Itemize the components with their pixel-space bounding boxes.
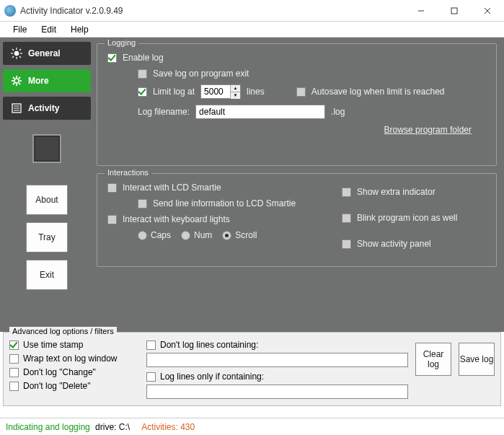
only-contain-input[interactable] xyxy=(146,385,408,399)
main-area: General More Activity About Tray Exit Lo… xyxy=(0,38,504,332)
autosave-label: Autosave log when limit is reached xyxy=(311,87,445,97)
only-contain-checkbox[interactable] xyxy=(146,372,156,382)
svg-rect-1 xyxy=(451,8,457,14)
svg-line-12 xyxy=(12,56,14,58)
svg-line-9 xyxy=(12,49,14,50)
limit-log-checkbox[interactable] xyxy=(138,87,147,97)
svg-point-4 xyxy=(14,51,19,56)
nav-label: Activity xyxy=(28,103,59,113)
about-button[interactable]: About xyxy=(26,185,68,215)
nav-activity[interactable]: Activity xyxy=(3,97,91,120)
no-delete-checkbox[interactable] xyxy=(9,382,19,391)
spin-up[interactable]: ▲ xyxy=(231,85,240,92)
enable-log-checkbox[interactable] xyxy=(107,53,117,63)
activity-panel-checkbox[interactable] xyxy=(342,240,351,249)
browse-folder-link[interactable]: Browse program folder xyxy=(384,125,472,135)
interactions-legend: Interactions xyxy=(105,168,151,177)
svg-line-10 xyxy=(19,56,21,58)
status-indicating: Indicating and logging xyxy=(6,422,90,432)
statusbar: Indicating and logging drive: C:\ Activi… xyxy=(0,418,504,435)
svg-line-18 xyxy=(13,77,14,79)
list-icon xyxy=(11,102,22,114)
timestamp-checkbox[interactable] xyxy=(9,340,19,350)
limit-value-stepper[interactable]: ▲▼ xyxy=(200,84,241,99)
maximize-button[interactable] xyxy=(438,0,471,22)
caps-radio[interactable] xyxy=(138,231,147,240)
menubar: File Edit Help xyxy=(0,22,504,38)
nav-label: More xyxy=(28,76,49,86)
titlebar: Activity Indicator v.2.0.9.49 xyxy=(0,0,504,22)
no-change-checkbox[interactable] xyxy=(9,368,19,377)
send-line-label: Send line information to LCD Smartie xyxy=(153,198,296,208)
svg-line-19 xyxy=(19,83,20,84)
advanced-legend: Advanced log options / filters xyxy=(9,327,117,335)
svg-point-13 xyxy=(14,79,19,83)
filename-label: Log filename: xyxy=(138,107,190,117)
lcd-checkbox[interactable] xyxy=(107,183,117,193)
autosave-checkbox[interactable] xyxy=(296,87,306,97)
limit-log-label: Limit log at xyxy=(153,87,195,97)
svg-line-11 xyxy=(19,49,21,50)
lines-label: lines xyxy=(247,87,265,97)
nav-more[interactable]: More xyxy=(3,69,91,92)
clear-log-button[interactable]: Clear log xyxy=(415,343,451,376)
status-activities: Activities: 430 xyxy=(141,422,195,432)
limit-value-input[interactable] xyxy=(201,85,230,98)
extra-indicator-checkbox[interactable] xyxy=(342,188,351,197)
svg-line-20 xyxy=(19,77,20,79)
save-on-exit-checkbox[interactable] xyxy=(138,69,147,79)
minimize-button[interactable] xyxy=(404,0,438,22)
blink-icon-checkbox[interactable] xyxy=(342,214,351,223)
save-on-exit-label: Save log on program exit xyxy=(153,69,249,79)
interactions-group: Interactions Interact with LCD Smartie S… xyxy=(97,173,497,267)
gear-icon xyxy=(11,75,22,87)
kbd-label: Interact with keyboard lights xyxy=(123,214,230,224)
status-drive-label: drive: C:\ xyxy=(93,422,130,432)
nav-label: General xyxy=(28,48,61,58)
lightbulb-icon xyxy=(11,48,22,59)
icon-preview xyxy=(32,134,61,163)
close-button[interactable] xyxy=(471,0,504,22)
logging-group: Logging Enable log Save log on program e… xyxy=(97,43,497,166)
num-radio[interactable] xyxy=(181,231,190,240)
svg-line-21 xyxy=(13,83,14,84)
spin-down[interactable]: ▼ xyxy=(231,92,240,99)
exit-button[interactable]: Exit xyxy=(26,260,68,290)
filename-input[interactable] xyxy=(195,105,325,119)
menu-file[interactable]: File xyxy=(6,23,34,36)
dont-contain-checkbox[interactable] xyxy=(146,340,156,350)
window-title: Activity Indicator v.2.0.9.49 xyxy=(20,6,404,16)
logging-legend: Logging xyxy=(105,38,138,47)
wrap-checkbox[interactable] xyxy=(9,354,19,364)
advanced-group: Advanced log options / filters Use time … xyxy=(3,332,501,406)
dont-contain-input[interactable] xyxy=(146,353,408,367)
save-log-button[interactable]: Save log xyxy=(459,343,495,376)
send-line-checkbox[interactable] xyxy=(138,199,147,208)
ext-label: .log xyxy=(331,107,345,117)
tray-button[interactable]: Tray xyxy=(26,222,68,252)
menu-help[interactable]: Help xyxy=(63,23,96,36)
content-panel: Logging Enable log Save log on program e… xyxy=(94,38,504,332)
app-icon xyxy=(4,5,16,17)
nav-general[interactable]: General xyxy=(3,42,91,65)
sidebar: General More Activity About Tray Exit xyxy=(0,38,94,332)
enable-log-label: Enable log xyxy=(123,53,164,63)
lcd-label: Interact with LCD Smartie xyxy=(123,183,221,193)
scroll-radio[interactable] xyxy=(222,231,231,240)
menu-edit[interactable]: Edit xyxy=(34,23,63,36)
kbd-checkbox[interactable] xyxy=(107,215,117,224)
